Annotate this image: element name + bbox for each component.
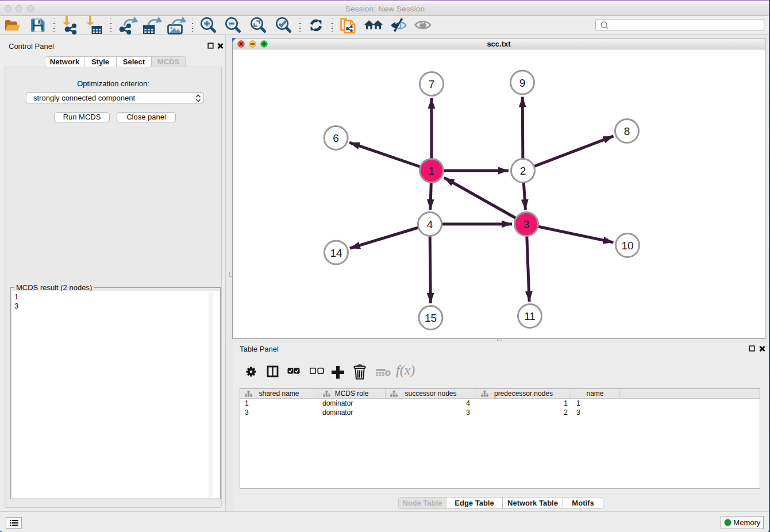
svg-text:10: 10: [621, 240, 633, 252]
svg-text:11: 11: [524, 310, 536, 322]
svg-text:6: 6: [333, 132, 339, 144]
svg-text:9: 9: [519, 77, 526, 89]
svg-text:1: 1: [429, 165, 435, 177]
svg-text:7: 7: [429, 78, 435, 90]
svg-text:4: 4: [427, 218, 433, 230]
svg-text:3: 3: [523, 218, 530, 230]
svg-text:2: 2: [520, 165, 526, 177]
svg-text:15: 15: [425, 312, 437, 324]
svg-text:8: 8: [624, 125, 630, 137]
svg-text:14: 14: [330, 247, 342, 259]
